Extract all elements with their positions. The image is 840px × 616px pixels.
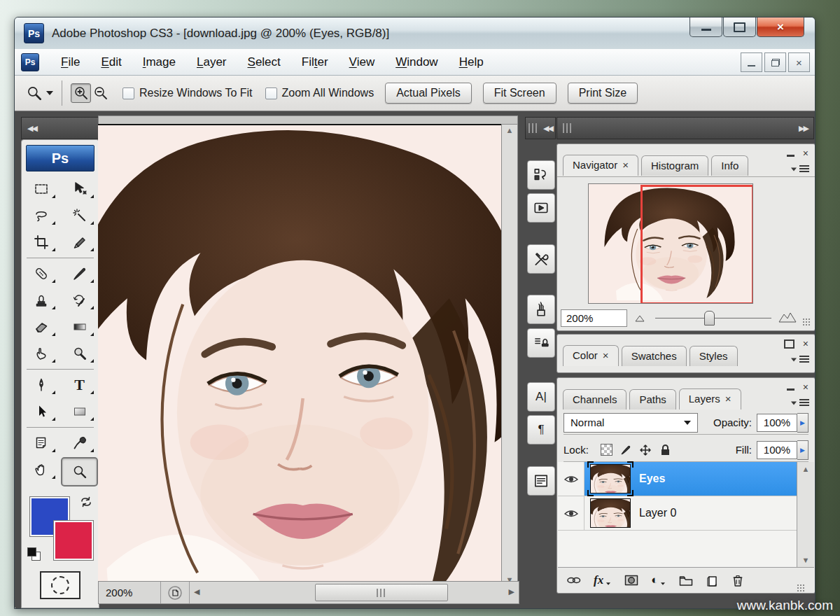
tab-close-icon[interactable]: × <box>622 159 629 171</box>
tab-histogram[interactable]: Histogram <box>641 155 708 176</box>
hand-tool[interactable] <box>22 456 60 483</box>
lock-transparency-icon[interactable] <box>600 443 613 456</box>
opacity-value[interactable]: 100% <box>757 414 797 432</box>
swap-colors-icon[interactable] <box>79 496 93 508</box>
zoom-in-button[interactable] <box>71 83 91 103</box>
layer-comps-panel-button[interactable] <box>527 466 555 496</box>
actions-panel-button[interactable] <box>527 193 555 223</box>
dodge-tool[interactable] <box>60 340 99 367</box>
opacity-slider-button[interactable]: ▶ <box>797 413 808 433</box>
fill-value[interactable]: 100% <box>757 441 797 459</box>
menu-help[interactable]: Help <box>449 50 494 74</box>
navigator-zoom-field[interactable]: 200% <box>561 309 627 327</box>
zoom-all-windows-checkbox[interactable]: Zoom All Windows <box>265 87 374 99</box>
magic-wand-tool[interactable] <box>60 202 99 229</box>
zoom-slider-thumb[interactable] <box>704 311 715 326</box>
menu-layer[interactable]: Layer <box>186 50 237 74</box>
new-group-button[interactable] <box>678 575 694 587</box>
smudge-tool[interactable] <box>22 340 60 367</box>
menu-file[interactable]: File <box>50 50 90 74</box>
resize-windows-checkbox[interactable]: Resize Windows To Fit <box>122 87 253 99</box>
brushes-panel-button[interactable] <box>527 295 555 324</box>
print-size-button[interactable]: Print Size <box>568 83 638 104</box>
slice-tool[interactable] <box>60 229 99 255</box>
tab-swatches[interactable]: Swatches <box>622 346 687 366</box>
horizontal-scrollbar[interactable]: ◀ ▶ <box>189 582 519 603</box>
clone-source-panel-button[interactable] <box>527 328 555 358</box>
layer-thumbnail[interactable] <box>590 498 631 528</box>
fit-screen-button[interactable]: Fit Screen <box>483 83 556 104</box>
history-panel-button[interactable] <box>527 160 555 190</box>
collapse-dock-icon[interactable]: ▶▶ <box>799 124 808 133</box>
toolbox-dock-header[interactable]: ◀◀ <box>21 117 99 139</box>
healing-brush-tool[interactable] <box>22 260 60 287</box>
menu-select[interactable]: Select <box>237 50 291 74</box>
tab-color[interactable]: Color × <box>563 345 619 366</box>
path-selection-tool[interactable] <box>22 398 60 425</box>
fill-slider-button[interactable]: ▶ <box>797 440 808 460</box>
minimize-button[interactable] <box>690 18 722 37</box>
visibility-toggle[interactable] <box>558 496 584 530</box>
tab-close-icon[interactable]: × <box>603 349 609 361</box>
layer-name[interactable]: Eyes <box>639 472 665 485</box>
panel-dock-header[interactable]: ▶▶ <box>556 117 814 139</box>
panel-minimize-icon[interactable] <box>787 388 794 391</box>
layer-row-layer0[interactable]: Layer 0 <box>558 496 797 531</box>
expand-dock-icon[interactable]: ◀◀ <box>543 124 552 133</box>
lock-pixels-icon[interactable] <box>620 443 633 456</box>
notes-tool[interactable] <box>22 430 60 456</box>
navigator-zoom-slider[interactable] <box>655 310 771 326</box>
lock-position-icon[interactable] <box>639 443 652 456</box>
ps-logo-banner[interactable]: Ps <box>26 145 94 172</box>
doc-minimize-button[interactable] <box>741 52 762 72</box>
layer-thumbnail[interactable] <box>590 464 631 493</box>
pen-tool[interactable] <box>22 372 60 398</box>
navigator-thumbnail[interactable] <box>588 183 753 304</box>
menu-view[interactable]: View <box>339 50 386 74</box>
paragraph-panel-button[interactable]: ¶ <box>527 415 555 444</box>
blend-mode-select[interactable]: Normal <box>564 413 698 433</box>
tab-navigator[interactable]: Navigator × <box>563 155 638 176</box>
icon-dock-header[interactable]: ◀◀ <box>525 117 556 139</box>
scroll-left-icon[interactable]: ◀ <box>194 587 200 596</box>
panel-expand-icon[interactable] <box>784 340 794 349</box>
doc-close-button[interactable]: × <box>788 52 810 72</box>
default-colors-icon[interactable] <box>27 547 41 560</box>
eyedropper-tool[interactable] <box>60 430 99 456</box>
lasso-tool[interactable] <box>22 202 60 229</box>
adjustment-layer-button[interactable]: ◐ <box>651 573 666 587</box>
character-panel-button[interactable]: A| <box>527 382 555 412</box>
panel-menu-icon[interactable] <box>790 399 809 407</box>
shape-tool[interactable] <box>60 398 99 425</box>
tab-channels[interactable]: Channels <box>563 389 626 410</box>
close-button[interactable]: × <box>757 18 804 37</box>
horizontal-scroll-thumb[interactable] <box>315 584 448 601</box>
collapse-toolbox-icon[interactable]: ◀◀ <box>27 124 36 133</box>
panel-resize-grip[interactable] <box>802 318 811 327</box>
layers-scrollbar[interactable]: ▲ ▼ <box>797 462 814 567</box>
scroll-down-icon[interactable]: ▼ <box>802 556 810 564</box>
tab-paths[interactable]: Paths <box>629 389 676 410</box>
rectangular-marquee-tool[interactable] <box>22 176 60 202</box>
status-info-icon[interactable] <box>161 585 189 601</box>
new-layer-button[interactable] <box>706 574 720 587</box>
menu-filter[interactable]: Filter <box>291 50 339 74</box>
panel-menu-icon[interactable] <box>790 165 809 173</box>
current-tool-button[interactable] <box>26 85 53 102</box>
zoom-tool[interactable] <box>61 457 98 486</box>
scroll-up-icon[interactable]: ▲ <box>802 465 810 473</box>
tab-close-icon[interactable]: × <box>725 393 732 405</box>
doc-restore-button[interactable] <box>764 52 786 72</box>
brush-tool[interactable] <box>60 260 99 287</box>
panel-resize-grip[interactable] <box>797 584 806 593</box>
lock-all-icon[interactable] <box>659 443 672 456</box>
panel-close-icon[interactable]: × <box>803 382 808 393</box>
panel-minimize-icon[interactable] <box>787 155 794 157</box>
status-zoom-field[interactable]: 200% <box>99 582 161 603</box>
link-layers-button[interactable] <box>566 575 582 586</box>
clone-stamp-tool[interactable] <box>22 287 60 314</box>
tool-presets-panel-button[interactable] <box>527 244 555 274</box>
delete-layer-button[interactable] <box>732 573 744 587</box>
move-tool[interactable] <box>60 176 99 202</box>
actual-pixels-button[interactable]: Actual Pixels <box>385 83 472 104</box>
